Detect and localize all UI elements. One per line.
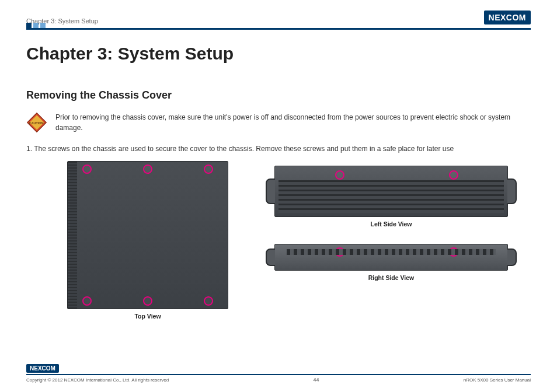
- left-view-caption: Left Side View: [274, 220, 508, 228]
- decorative-squares: [26, 23, 46, 28]
- square-icon: [33, 23, 39, 28]
- page-footer: NEXCOM Copyright © 2012 NEXCOM Internati…: [26, 364, 531, 383]
- side-views-col: Left Side View Right Side View: [252, 161, 531, 281]
- section-title: Removing the Chassis Cover: [26, 89, 531, 102]
- mount-bracket-icon: [507, 178, 517, 204]
- screw-marker-icon: [449, 170, 458, 180]
- screw-marker-icon: [143, 296, 152, 306]
- screw-marker-icon: [335, 247, 344, 257]
- screw-marker-icon: [335, 170, 344, 180]
- top-view-caption: Top View: [134, 313, 161, 320]
- square-icon: [26, 23, 32, 28]
- views-area: Top View Left Side View Right Side View: [26, 161, 531, 320]
- mount-bracket-icon: [266, 178, 275, 204]
- screw-marker-icon: [143, 164, 152, 174]
- caution-text: Prior to removing the chassis cover, mak…: [55, 112, 531, 133]
- step-1: 1. The screws on the chassis are used to…: [26, 145, 531, 153]
- screw-marker-icon: [82, 296, 92, 306]
- footer-rule: [26, 374, 531, 375]
- doc-name: nROK 5X00 Series User Manual: [464, 377, 531, 383]
- right-view-caption: Right Side View: [274, 274, 508, 281]
- header-rule: [26, 28, 531, 30]
- page-header: Chapter 3: System Setup NEXCOM: [26, 0, 531, 24]
- caution-block: CAUTION! Prior to removing the chassis c…: [26, 112, 531, 133]
- footer-logo-text: NEXCOM: [30, 365, 55, 372]
- header-logo-wrap: NEXCOM: [484, 10, 531, 24]
- screw-marker-icon: [204, 296, 213, 306]
- square-icon: [40, 23, 46, 28]
- footer-row: Copyright © 2012 NEXCOM International Co…: [26, 377, 531, 383]
- screw-marker-icon: [204, 164, 213, 174]
- caution-icon: CAUTION!: [26, 112, 47, 133]
- svg-text:CAUTION!: CAUTION!: [29, 121, 44, 125]
- copyright-text: Copyright © 2012 NEXCOM International Co…: [26, 377, 169, 383]
- brand-logo-text: NEXCOM: [489, 13, 526, 22]
- top-view-col: Top View: [67, 161, 228, 320]
- chassis-right-image: [274, 244, 508, 271]
- screw-marker-icon: [449, 247, 458, 257]
- brand-logo: NEXCOM: [484, 10, 531, 24]
- mount-bracket-icon: [507, 249, 517, 266]
- chassis-left-image: [274, 166, 508, 217]
- right-side-group: Right Side View: [274, 244, 508, 281]
- chassis-top-image: [67, 161, 228, 309]
- left-side-group: Left Side View: [274, 166, 508, 228]
- chapter-title: Chapter 3: System Setup: [26, 44, 531, 64]
- screw-marker-icon: [82, 164, 92, 174]
- footer-left: NEXCOM: [26, 364, 531, 374]
- page-number: 44: [314, 377, 319, 383]
- footer-brand-logo: NEXCOM: [26, 364, 59, 373]
- mount-bracket-icon: [266, 249, 275, 266]
